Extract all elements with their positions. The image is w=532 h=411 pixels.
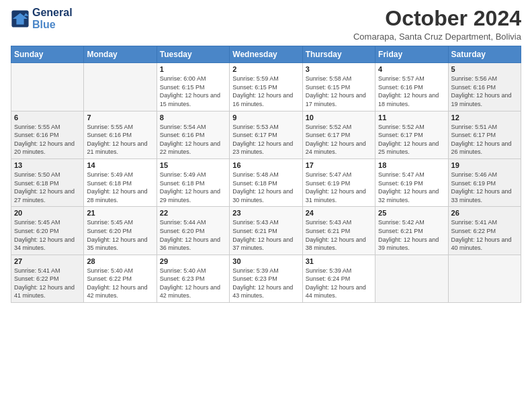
calendar-cell: 8Sunrise: 5:54 AMSunset: 6:16 PMDaylight…: [157, 111, 229, 158]
day-info: Sunrise: 5:41 AMSunset: 6:22 PMDaylight:…: [451, 218, 518, 252]
calendar-cell: [11, 63, 84, 111]
day-info: Sunrise: 5:46 AMSunset: 6:19 PMDaylight:…: [451, 171, 518, 204]
calendar-cell: 1Sunrise: 6:00 AMSunset: 6:15 PMDaylight…: [157, 63, 229, 111]
calendar-cell: 28Sunrise: 5:40 AMSunset: 6:22 PMDayligh…: [84, 255, 157, 302]
day-number: 5: [451, 65, 518, 73]
calendar-week-row: 20Sunrise: 5:45 AMSunset: 6:20 PMDayligh…: [11, 207, 521, 255]
calendar-week-row: 13Sunrise: 5:50 AMSunset: 6:18 PMDayligh…: [11, 158, 521, 206]
day-info: Sunrise: 5:48 AMSunset: 6:18 PMDaylight:…: [232, 171, 299, 204]
day-number: 15: [160, 161, 226, 169]
day-info: Sunrise: 5:56 AMSunset: 6:16 PMDaylight:…: [451, 75, 518, 108]
day-number: 22: [160, 209, 226, 217]
day-info: Sunrise: 5:54 AMSunset: 6:16 PMDaylight:…: [160, 123, 226, 156]
day-number: 18: [378, 161, 445, 169]
day-number: 19: [451, 161, 518, 169]
day-number: 29: [160, 257, 226, 265]
day-info: Sunrise: 5:53 AMSunset: 6:17 PMDaylight:…: [232, 123, 299, 156]
calendar-cell: 14Sunrise: 5:49 AMSunset: 6:18 PMDayligh…: [84, 158, 157, 206]
calendar-cell: [84, 63, 157, 111]
calendar-table: SundayMondayTuesdayWednesdayThursdayFrid…: [11, 46, 521, 303]
calendar-cell: 4Sunrise: 5:57 AMSunset: 6:16 PMDaylight…: [375, 63, 448, 111]
calendar-cell: 19Sunrise: 5:46 AMSunset: 6:19 PMDayligh…: [448, 158, 521, 206]
day-info: Sunrise: 5:43 AMSunset: 6:21 PMDaylight:…: [232, 218, 299, 252]
day-number: 28: [87, 257, 153, 265]
day-number: 12: [451, 113, 518, 122]
day-number: 24: [306, 209, 372, 217]
day-info: Sunrise: 5:55 AMSunset: 6:16 PMDaylight:…: [14, 123, 81, 156]
weekday-header-tuesday: Tuesday: [157, 46, 229, 63]
day-info: Sunrise: 5:57 AMSunset: 6:16 PMDaylight:…: [378, 75, 445, 108]
day-info: Sunrise: 5:49 AMSunset: 6:18 PMDaylight:…: [87, 171, 153, 204]
calendar-week-row: 1Sunrise: 6:00 AMSunset: 6:15 PMDaylight…: [11, 63, 521, 111]
day-info: Sunrise: 5:58 AMSunset: 6:15 PMDaylight:…: [306, 75, 372, 108]
month-title: October 2024: [353, 7, 521, 30]
page-header: General Blue October 2024 Comarapa, Sant…: [11, 7, 521, 42]
calendar-cell: 16Sunrise: 5:48 AMSunset: 6:18 PMDayligh…: [230, 158, 302, 206]
day-info: Sunrise: 5:47 AMSunset: 6:19 PMDaylight:…: [306, 171, 372, 204]
day-info: Sunrise: 5:52 AMSunset: 6:17 PMDaylight:…: [306, 123, 372, 156]
weekday-header-thursday: Thursday: [302, 46, 375, 63]
calendar-cell: 22Sunrise: 5:44 AMSunset: 6:20 PMDayligh…: [157, 207, 229, 255]
day-number: 3: [306, 65, 372, 73]
day-info: Sunrise: 5:39 AMSunset: 6:23 PMDaylight:…: [232, 267, 299, 300]
day-number: 25: [378, 209, 445, 217]
day-info: Sunrise: 5:51 AMSunset: 6:17 PMDaylight:…: [451, 123, 518, 156]
day-number: 23: [232, 209, 299, 217]
title-block: October 2024 Comarapa, Santa Cruz Depart…: [353, 7, 521, 42]
calendar-page: General Blue October 2024 Comarapa, Sant…: [0, 0, 532, 411]
calendar-cell: 15Sunrise: 5:49 AMSunset: 6:18 PMDayligh…: [157, 158, 229, 206]
day-number: 27: [14, 257, 81, 265]
day-info: Sunrise: 5:40 AMSunset: 6:23 PMDaylight:…: [160, 267, 226, 300]
calendar-cell: 25Sunrise: 5:42 AMSunset: 6:21 PMDayligh…: [375, 207, 448, 255]
logo-icon: [11, 9, 30, 28]
calendar-cell: 5Sunrise: 5:56 AMSunset: 6:16 PMDaylight…: [448, 63, 521, 111]
calendar-cell: 30Sunrise: 5:39 AMSunset: 6:23 PMDayligh…: [230, 255, 302, 302]
location-subtitle: Comarapa, Santa Cruz Department, Bolivia: [353, 32, 521, 42]
calendar-cell: 9Sunrise: 5:53 AMSunset: 6:17 PMDaylight…: [230, 111, 302, 158]
day-number: 20: [14, 209, 81, 217]
calendar-cell: 17Sunrise: 5:47 AMSunset: 6:19 PMDayligh…: [302, 158, 375, 206]
logo-text: General Blue: [32, 7, 73, 30]
day-info: Sunrise: 5:44 AMSunset: 6:20 PMDaylight:…: [160, 218, 226, 252]
day-info: Sunrise: 6:00 AMSunset: 6:15 PMDaylight:…: [160, 75, 226, 108]
day-info: Sunrise: 5:39 AMSunset: 6:24 PMDaylight:…: [306, 267, 372, 300]
calendar-cell: 6Sunrise: 5:55 AMSunset: 6:16 PMDaylight…: [11, 111, 84, 158]
calendar-cell: 18Sunrise: 5:47 AMSunset: 6:19 PMDayligh…: [375, 158, 448, 206]
weekday-header-saturday: Saturday: [448, 46, 521, 63]
calendar-cell: 7Sunrise: 5:55 AMSunset: 6:16 PMDaylight…: [84, 111, 157, 158]
calendar-cell: 3Sunrise: 5:58 AMSunset: 6:15 PMDaylight…: [302, 63, 375, 111]
day-number: 13: [14, 161, 81, 169]
calendar-cell: [375, 255, 448, 302]
day-info: Sunrise: 5:41 AMSunset: 6:22 PMDaylight:…: [14, 267, 81, 300]
day-number: 1: [160, 65, 226, 73]
calendar-cell: 12Sunrise: 5:51 AMSunset: 6:17 PMDayligh…: [448, 111, 521, 158]
day-number: 9: [232, 113, 299, 122]
day-number: 6: [14, 113, 81, 122]
calendar-cell: 23Sunrise: 5:43 AMSunset: 6:21 PMDayligh…: [230, 207, 302, 255]
calendar-cell: 2Sunrise: 5:59 AMSunset: 6:15 PMDaylight…: [230, 63, 302, 111]
day-info: Sunrise: 5:52 AMSunset: 6:17 PMDaylight:…: [378, 123, 445, 156]
calendar-cell: 13Sunrise: 5:50 AMSunset: 6:18 PMDayligh…: [11, 158, 84, 206]
day-info: Sunrise: 5:49 AMSunset: 6:18 PMDaylight:…: [160, 171, 226, 204]
calendar-week-row: 6Sunrise: 5:55 AMSunset: 6:16 PMDaylight…: [11, 111, 521, 158]
day-info: Sunrise: 5:50 AMSunset: 6:18 PMDaylight:…: [14, 171, 81, 204]
day-number: 7: [87, 113, 153, 122]
day-info: Sunrise: 5:47 AMSunset: 6:19 PMDaylight:…: [378, 171, 445, 204]
day-info: Sunrise: 5:42 AMSunset: 6:21 PMDaylight:…: [378, 218, 445, 252]
weekday-header-sunday: Sunday: [11, 46, 84, 63]
calendar-cell: 26Sunrise: 5:41 AMSunset: 6:22 PMDayligh…: [448, 207, 521, 255]
weekday-header-row: SundayMondayTuesdayWednesdayThursdayFrid…: [11, 46, 521, 63]
day-number: 2: [232, 65, 299, 73]
day-number: 4: [378, 65, 445, 73]
calendar-cell: 11Sunrise: 5:52 AMSunset: 6:17 PMDayligh…: [375, 111, 448, 158]
calendar-cell: 20Sunrise: 5:45 AMSunset: 6:20 PMDayligh…: [11, 207, 84, 255]
calendar-cell: [448, 255, 521, 302]
day-info: Sunrise: 5:40 AMSunset: 6:22 PMDaylight:…: [87, 267, 153, 300]
calendar-cell: 24Sunrise: 5:43 AMSunset: 6:21 PMDayligh…: [302, 207, 375, 255]
day-info: Sunrise: 5:59 AMSunset: 6:15 PMDaylight:…: [232, 75, 299, 108]
day-info: Sunrise: 5:45 AMSunset: 6:20 PMDaylight:…: [14, 218, 81, 252]
calendar-cell: 29Sunrise: 5:40 AMSunset: 6:23 PMDayligh…: [157, 255, 229, 302]
calendar-cell: 27Sunrise: 5:41 AMSunset: 6:22 PMDayligh…: [11, 255, 84, 302]
day-info: Sunrise: 5:55 AMSunset: 6:16 PMDaylight:…: [87, 123, 153, 156]
calendar-cell: 21Sunrise: 5:45 AMSunset: 6:20 PMDayligh…: [84, 207, 157, 255]
